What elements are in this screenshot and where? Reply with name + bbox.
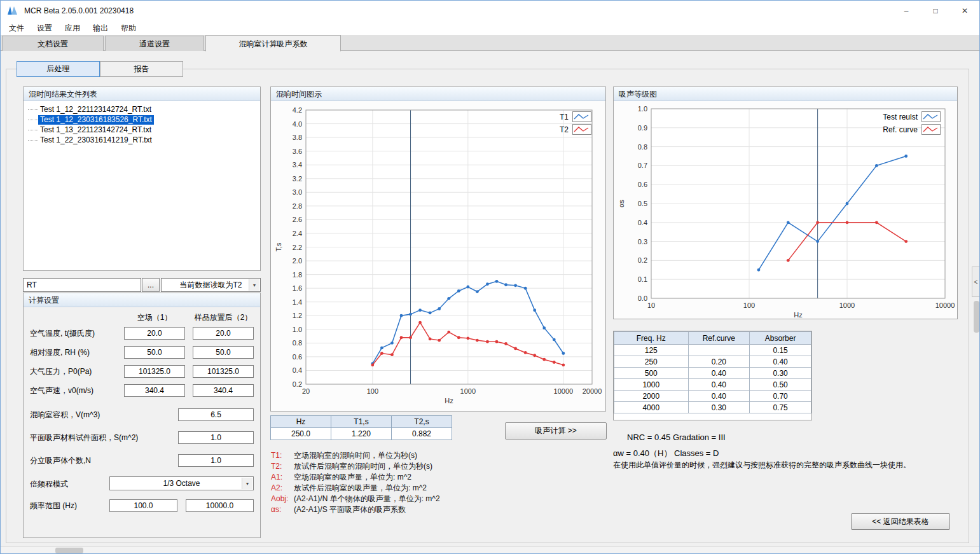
note-text: 放试件后混响室的吸声量，单位为: m^2: [294, 483, 427, 493]
svg-text:10000: 10000: [554, 387, 574, 395]
table-row: 2500.200.40: [614, 356, 811, 368]
table-row: 250.0 1.220 0.882: [271, 428, 452, 440]
legend-swatch-ref-curve: [921, 124, 941, 135]
svg-text:1.6: 1.6: [293, 284, 302, 292]
note-text: 空场混响室的混响时间，单位为秒(s): [294, 450, 417, 461]
frequency-min-field[interactable]: [109, 499, 177, 512]
chevron-down-icon: ▾: [242, 478, 252, 489]
minimize-button[interactable]: –: [892, 1, 921, 21]
label-sound-speed: 空气声速，v0(m/s): [30, 384, 93, 397]
sample-area-field[interactable]: [178, 431, 254, 444]
note-key: T1:: [271, 450, 294, 461]
data-read-select-value: 当前数据读取为T2: [179, 280, 242, 291]
rt-file-list: Test 1_12_221123142724_RT.txt Test 1_12_…: [24, 101, 260, 270]
browse-button[interactable]: ...: [142, 278, 160, 292]
svg-text:0.8: 0.8: [638, 143, 647, 151]
table-row: 40000.300.75: [614, 402, 811, 413]
air-temperature-field-2[interactable]: [193, 327, 254, 340]
octave-mode-select[interactable]: 1/3 Octave ▾: [109, 476, 254, 490]
menu-apply[interactable]: 应用: [59, 23, 86, 34]
svg-text:4.2: 4.2: [293, 106, 302, 114]
table-row: 1250.15: [614, 345, 811, 356]
svg-text:Hz: Hz: [445, 397, 453, 405]
menu-file[interactable]: 文件: [3, 23, 31, 34]
abs-cell: 0.20: [688, 356, 750, 368]
air-temperature-field-1[interactable]: [124, 327, 185, 340]
data-read-select[interactable]: 当前数据读取为T2 ▾: [161, 278, 261, 292]
collapse-panel-handle[interactable]: <: [972, 267, 980, 297]
horizontal-scrollbar-thumb[interactable]: [55, 548, 83, 553]
label-absorber-count: 分立吸声体个数,N: [30, 454, 91, 467]
label-atmospheric-pressure: 大气压力，P0(Pa): [30, 365, 92, 378]
menu-output[interactable]: 输出: [86, 23, 114, 34]
label-air-temperature: 空气温度, t(摄氏度): [30, 327, 95, 340]
abs-cell: 0.40: [688, 379, 750, 391]
app-window: MCR Beta 2.05.0.001 20230418 – □ ✕ 文件 设置…: [0, 0, 980, 554]
close-button[interactable]: ✕: [950, 1, 979, 21]
maximize-button[interactable]: □: [921, 1, 950, 21]
rt-cursor-table: Hz T1,s T2,s 250.0 1.220 0.882: [270, 415, 452, 440]
menu-help[interactable]: 帮助: [114, 23, 142, 34]
sound-speed-field-1[interactable]: [124, 384, 185, 397]
rt-file-item[interactable]: Test 1_12_230316183526_RT.txt: [24, 114, 260, 125]
title-bar: MCR Beta 2.05.0.001 20230418 – □ ✕: [1, 1, 979, 21]
note-key: αs:: [271, 504, 294, 515]
rt-name-input[interactable]: [23, 278, 141, 292]
legend-label-t2: T2: [560, 125, 569, 134]
column-header-empty-room: 空场（1）: [124, 312, 185, 323]
horizontal-scrollbar[interactable]: [1, 546, 979, 553]
rt-file-list-panel: 混时间结果文件列表 Test 1_12_221123142724_RT.txt …: [23, 87, 261, 271]
app-logo-icon: [7, 6, 18, 16]
legend-label-t1: T1: [560, 113, 569, 121]
tab-channel-settings[interactable]: 通道设置: [105, 36, 204, 51]
svg-text:2.8: 2.8: [293, 202, 302, 210]
note-key: T2:: [271, 461, 294, 471]
svg-text:0.2: 0.2: [638, 256, 647, 264]
legend-swatch-test-result: [921, 111, 941, 122]
abs-cell: 0.40: [688, 368, 750, 379]
humidity-field-1[interactable]: [124, 346, 185, 359]
tree-branch-icon: [28, 130, 38, 130]
menu-settings[interactable]: 设置: [31, 23, 59, 34]
abs-cell: [688, 345, 750, 356]
svg-text:0.6: 0.6: [293, 353, 302, 361]
rt-file-name: Test 1_12_230316183526_RT.txt: [38, 115, 154, 125]
rt-file-item[interactable]: Test 1_12_221123142724_RT.txt: [24, 104, 260, 114]
tab-document-settings[interactable]: 文档设置: [2, 36, 104, 51]
svg-text:20000: 20000: [583, 387, 602, 395]
legend-label-test-result: Test reulst: [883, 113, 918, 121]
abs-cell: 2000: [614, 391, 689, 402]
rt-file-item[interactable]: Test 1_22_230316141219_RT.txt: [24, 135, 260, 145]
svg-text:0.4: 0.4: [638, 219, 647, 226]
note-text: 空场混响室的吸声量，单位为: m^2: [294, 472, 411, 482]
pressure-field-1[interactable]: [124, 365, 185, 378]
vertical-scrollbar-thumb[interactable]: [974, 301, 979, 333]
svg-text:3.0: 3.0: [293, 188, 302, 196]
humidity-field-2[interactable]: [193, 346, 254, 359]
abs-cell: 0.30: [688, 402, 750, 413]
usage-note-text: 在使用此单值评价量的时候，强烈建议与按照标准获得的完整的吸声系数曲线一块使用。: [613, 460, 960, 470]
room-volume-field[interactable]: [178, 408, 254, 421]
absorption-chart-legend: Test reulst Ref. curve: [883, 111, 941, 135]
rt-file-item[interactable]: Test 1_13_221123142724_RT.txt: [24, 125, 260, 135]
svg-text:2.2: 2.2: [293, 244, 302, 251]
svg-text:10: 10: [647, 301, 655, 309]
sound-speed-field-2[interactable]: [193, 384, 254, 397]
main-tab-strip: 文档设置 通道设置 混响室计算吸声系数: [1, 35, 979, 51]
abs-header-ref: Ref.curve: [688, 332, 750, 345]
subtab-report[interactable]: 报告: [100, 61, 183, 77]
absorption-calc-button[interactable]: 吸声计算 >>: [505, 422, 607, 440]
svg-text:T,s: T,s: [275, 242, 282, 252]
pressure-field-2[interactable]: [193, 365, 254, 378]
frequency-max-field[interactable]: [186, 499, 254, 512]
rt-table-t2-value: 0.882: [392, 428, 452, 440]
svg-text:10000: 10000: [935, 301, 955, 309]
back-to-results-button[interactable]: << 返回结果表格: [851, 513, 950, 530]
rt-file-list-title: 混时间结果文件列表: [24, 87, 260, 101]
rt-file-name: Test 1_12_221123142724_RT.txt: [38, 105, 153, 114]
absorber-count-field[interactable]: [178, 454, 254, 467]
subtab-postprocess[interactable]: 后处理: [17, 61, 100, 77]
tab-reverb-absorption[interactable]: 混响室计算吸声系数: [205, 35, 341, 52]
abs-cell: 0.70: [750, 391, 811, 402]
rt-chart[interactable]: 0.20.40.60.81.01.21.41.61.82.02.22.42.62…: [271, 101, 605, 412]
